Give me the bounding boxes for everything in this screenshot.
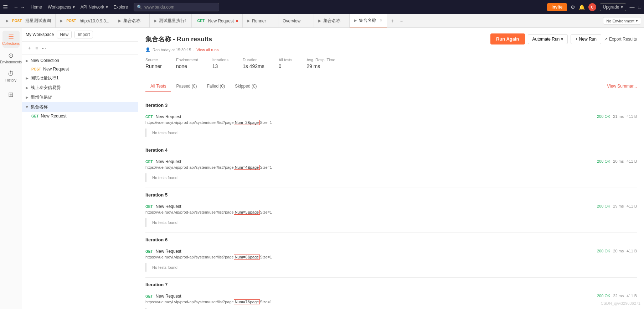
maximize-icon[interactable]: □ — [638, 4, 641, 10]
tree-item-get-new-request[interactable]: GET New Request — [22, 112, 138, 120]
tab-http[interactable]: ▶ POST http://10.0.9.3... — [56, 14, 114, 28]
iteration-block-iter6: Iteration 6 GET New Request https://vue.… — [145, 232, 637, 272]
more-icon[interactable]: ··· — [41, 44, 47, 52]
iteration-block-iter7: Iteration 7 GET New Request https://vue.… — [145, 277, 637, 309]
nav-explore[interactable]: Explore — [114, 5, 128, 10]
status-ok: 200 OK — [597, 294, 610, 298]
view-summary-link[interactable]: View Summar... — [607, 81, 637, 92]
search-bar[interactable]: 🔍 www.baidu.com — [134, 3, 219, 11]
new-run-button[interactable]: + New Run — [571, 34, 601, 44]
request-url: https://vue.ruoyi.vip/prod-api/system/us… — [145, 299, 594, 304]
tab-close-icon[interactable]: ✕ — [380, 19, 382, 22]
url-suffix: Size=1 — [260, 255, 272, 259]
chevron-icon: ▶ — [26, 59, 29, 63]
bell-icon[interactable]: 🔔 — [579, 4, 585, 10]
view-all-runs-link[interactable]: View all runs — [196, 48, 218, 52]
request-status: 200 OK 22 ms 411 B — [597, 294, 637, 298]
request-title: GET New Request — [145, 114, 594, 119]
invite-button[interactable]: Invite — [547, 3, 567, 11]
tree-label-new-collection: New Collection — [31, 58, 59, 63]
sidebar-item-collections[interactable]: ☰ Collections — [2, 31, 20, 48]
new-button[interactable]: New — [57, 31, 72, 38]
no-tests-label: No tests found — [145, 218, 637, 227]
sidebar-item-mock[interactable]: ⊞ — [2, 86, 20, 103]
sidebar-panel: My Workspace New Import ＋ ≡ ··· ▶ New Co… — [22, 28, 138, 309]
avatar[interactable]: C — [588, 3, 596, 11]
stat-iter-value: 13 — [212, 63, 228, 69]
automate-button[interactable]: Automate Run ▾ — [528, 34, 568, 44]
tree-label-jhe: 集合名称 — [31, 104, 48, 110]
tab-pili[interactable]: ▶ POST 批量测试查询 — [1, 14, 56, 28]
sidebar-item-environments[interactable]: ⊙ Environments — [2, 49, 20, 66]
nav-workspaces[interactable]: Workspaces ▾ — [48, 5, 75, 10]
tree-item-post-new-request[interactable]: POST New Request — [22, 65, 138, 73]
response-size: 411 B — [627, 249, 637, 253]
automate-chevron-icon: ▾ — [561, 37, 563, 42]
chevron-icon4: ▶ — [26, 95, 29, 99]
stat-avg-label: Avg. Resp. Time — [306, 58, 335, 62]
iteration-block-iter4: Iteration 4 GET New Request https://vue.… — [145, 143, 637, 182]
import-button[interactable]: Import — [74, 31, 93, 38]
method-get-label: GET — [145, 205, 153, 209]
hamburger-icon[interactable]: ☰ — [3, 4, 8, 11]
url-highlight: Num=5&page — [234, 210, 260, 215]
nav-home[interactable]: Home — [31, 5, 42, 10]
sidebar-icons: ☰ Collections ⊙ Environments ⏱ History ⊞ — [0, 28, 22, 309]
method-get-label: GET — [145, 115, 153, 119]
tab-collection2[interactable]: ▶ 集合名称 — [314, 14, 350, 28]
forward-button[interactable]: → — [20, 4, 25, 10]
url-suffix: Size=1 — [260, 165, 272, 169]
filter-tab-all[interactable]: All Tests — [145, 81, 171, 92]
tree-item-hengzhou[interactable]: ▶ 衢州信易贷 — [22, 93, 138, 102]
response-size: 411 B — [627, 114, 637, 119]
upgrade-button[interactable]: Upgrade ▾ — [600, 3, 626, 11]
collections-icon: ☰ — [8, 33, 14, 41]
minimize-icon[interactable]: — — [630, 4, 635, 10]
tab-icon4: ▶ — [154, 19, 157, 23]
tree-item-xianshang[interactable]: ▶ 线上泰安信易贷 — [22, 83, 138, 93]
request-status: 200 OK 20 ms 411 B — [597, 159, 637, 163]
back-button[interactable]: ← — [14, 4, 19, 10]
run-again-button[interactable]: Run Again — [490, 33, 525, 44]
status-ok: 200 OK — [597, 159, 610, 163]
filter-tab-passed[interactable]: Passed (0) — [171, 81, 202, 92]
ran-time: Ran today at 15:39:15 — [153, 48, 191, 52]
settings-icon[interactable]: ⚙ — [571, 4, 575, 10]
tree-item-jhe-ming-cheng[interactable]: ▶ 集合名称 — [22, 102, 138, 112]
request-info: GET New Request https://vue.ruoyi.vip/pr… — [145, 294, 594, 304]
tab-collection1[interactable]: ▶ 集合名称 — [114, 14, 150, 28]
sidebar-item-history[interactable]: ⏱ History — [2, 68, 20, 85]
stat-iter-label: Iterations — [212, 58, 228, 62]
mock-icon: ⊞ — [8, 91, 14, 99]
filter-tab-skipped[interactable]: Skipped (0) — [230, 81, 262, 92]
url-highlight: Num=7&page — [234, 299, 260, 304]
export-button[interactable]: ↗ Export Results — [604, 37, 637, 42]
tree-item-new-collection[interactable]: ▶ New Collection — [22, 56, 138, 65]
request-title: GET New Request — [145, 204, 594, 209]
tab-add-button[interactable]: + — [387, 18, 397, 24]
url-suffix: Size=1 — [260, 210, 272, 214]
tab-overview[interactable]: Overview — [278, 14, 314, 28]
tab-runner[interactable]: ▶ Runner — [243, 14, 278, 28]
filter-icon[interactable]: ≡ — [34, 44, 39, 52]
tab-more-button[interactable]: ··· — [398, 19, 406, 23]
results-title: 集合名称 - Run results — [145, 35, 212, 43]
add-icon[interactable]: ＋ — [26, 44, 33, 52]
tree-item-pili[interactable]: ▶ 测试批量执行1 — [22, 73, 138, 83]
request-name: New Request — [156, 159, 181, 164]
tab-label8: 集合名称 — [323, 18, 340, 24]
stat-avg-resp: Avg. Resp. Time 29 ms — [306, 58, 335, 69]
tab-label6: Runner — [252, 19, 266, 23]
url-prefix: https://vue.ruoyi.vip/prod-api/system/us… — [145, 210, 234, 214]
nav-api-network[interactable]: API Network ▾ — [81, 5, 108, 10]
status-ok: 200 OK — [597, 249, 610, 253]
url-suffix: Size=1 — [260, 120, 272, 125]
tab-new-request[interactable]: GET New Request — [192, 14, 243, 28]
tab-pili2[interactable]: ▶ 测试批量执行1 — [150, 14, 192, 28]
person-icon: 👤 — [145, 47, 150, 52]
filter-tab-failed[interactable]: Failed (0) — [202, 81, 230, 92]
content-area: 集合名称 - Run results Run Again Automate Ru… — [138, 28, 644, 309]
url-highlight: Num=6&page — [234, 255, 260, 260]
environment-selector[interactable]: No Environment ▾ — [603, 17, 641, 25]
tab-collection3[interactable]: ▶ 集合名称 ✕ — [350, 14, 387, 28]
